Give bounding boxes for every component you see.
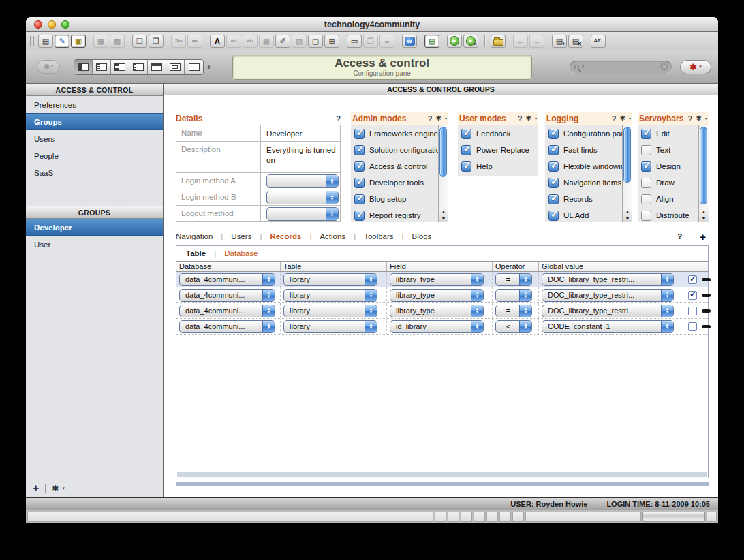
table-select[interactable]: library▲▼ xyxy=(283,273,377,286)
panel-actions-button[interactable]: ✱ xyxy=(436,114,441,122)
table-select[interactable]: library▲▼ xyxy=(283,320,377,333)
checkbox-row[interactable]: Feedback xyxy=(458,125,538,142)
scrollbar-thumb[interactable] xyxy=(439,127,447,177)
checkbox-unchecked-icon[interactable] xyxy=(641,145,651,155)
send-to-back-button[interactable]: ❐ xyxy=(149,35,164,48)
sidebar-item-people[interactable]: People xyxy=(26,147,163,164)
row-checkbox-checked-icon[interactable] xyxy=(688,275,697,284)
sidebar-item-developer[interactable]: Developer xyxy=(26,219,163,236)
panel-help-button[interactable]: ? xyxy=(688,114,693,123)
table-select[interactable]: library▲▼ xyxy=(283,289,377,302)
vertical-scrollbar[interactable]: ▲▼ xyxy=(622,125,632,222)
checkbox-checked-icon[interactable] xyxy=(641,129,651,139)
layout-view-1-button[interactable] xyxy=(74,60,93,74)
layout-view-7-button[interactable] xyxy=(185,60,203,74)
copy-style-button[interactable]: ✒ xyxy=(187,35,202,48)
add-view-button[interactable]: + xyxy=(206,62,212,72)
search-scope-chevron-icon[interactable]: ▾ xyxy=(582,64,585,69)
checkbox-row[interactable]: Fast finds xyxy=(545,142,622,158)
scrollbar-arrows[interactable]: ▲▼ xyxy=(699,208,709,222)
remove-row-button[interactable] xyxy=(702,325,711,328)
checkbox-checked-icon[interactable] xyxy=(354,129,365,139)
column-header-field[interactable]: Field xyxy=(387,262,493,271)
checkbox-unchecked-icon[interactable] xyxy=(641,211,651,221)
checkbox-row[interactable]: Frameworks engine xyxy=(351,125,438,142)
titlebar[interactable]: technology4community xyxy=(26,17,718,32)
checkbox-checked-icon[interactable] xyxy=(354,211,365,221)
checkbox-row[interactable]: Report registry xyxy=(351,207,438,222)
actions-menu-button[interactable]: ✱ ▾ xyxy=(680,60,711,74)
sidebar-item-groups[interactable]: Groups xyxy=(26,113,163,130)
sidebar-item-preferences[interactable]: Preferences xyxy=(26,96,163,113)
button-tool-button[interactable]: ▭ xyxy=(347,35,362,48)
checkbox-checked-icon[interactable] xyxy=(641,161,651,172)
column-header-global-value[interactable]: Global value xyxy=(539,262,687,271)
checkbox-checked-icon[interactable] xyxy=(548,129,559,139)
field-select[interactable]: library_type▲▼ xyxy=(390,273,484,286)
sort-button[interactable]: AZ↕ xyxy=(591,35,606,48)
layout-view-5-button[interactable] xyxy=(148,60,166,74)
checkbox-row[interactable]: Design xyxy=(638,158,698,174)
table-select[interactable]: library▲▼ xyxy=(283,305,377,317)
list-tool-button[interactable]: ≡ xyxy=(379,35,394,48)
database-select[interactable]: data_4communi...▲▼ xyxy=(179,289,275,302)
column-header-operator[interactable]: Operator xyxy=(493,262,539,271)
form-properties-button[interactable]: ▤ xyxy=(424,35,439,48)
vertical-scrollbar[interactable]: ▲▼ xyxy=(438,125,448,222)
tabs-help-button[interactable]: ? xyxy=(677,232,682,240)
database-select[interactable]: data_4communi...▲▼ xyxy=(179,320,275,333)
horizontal-scrollbar[interactable] xyxy=(177,472,707,477)
logout-method-select[interactable]: ▲▼ xyxy=(266,207,339,221)
grid-button[interactable]: ▦ xyxy=(93,35,108,48)
column-header-table[interactable]: Table xyxy=(281,262,387,271)
checkbox-row[interactable]: Blog setup xyxy=(351,191,438,207)
add-item-button[interactable]: + xyxy=(33,483,39,494)
portal-tool-button[interactable]: ⊞ xyxy=(324,35,339,48)
web-form-button[interactable]: w xyxy=(402,35,417,48)
scrollbar-arrows[interactable]: ▲▼ xyxy=(439,208,448,222)
panel-actions-button[interactable]: ✱ xyxy=(620,114,625,122)
checkbox-row[interactable]: Configuration pane xyxy=(545,125,622,142)
checkbox-unchecked-icon[interactable] xyxy=(641,194,651,204)
forward-button[interactable]: → xyxy=(529,35,544,48)
checkbox-checked-icon[interactable] xyxy=(548,211,559,221)
layout-view-6-button[interactable] xyxy=(166,60,185,74)
login-method-a-select[interactable]: ▲▼ xyxy=(266,174,339,188)
image-tool-button[interactable]: ▨ xyxy=(292,35,307,48)
login-method-b-select[interactable]: ▲▼ xyxy=(266,191,339,204)
panel-actions-button[interactable]: ✱ xyxy=(696,114,702,122)
draw-tool-button[interactable]: ✐ xyxy=(275,35,290,48)
checkbox-checked-icon[interactable] xyxy=(461,145,471,155)
back-button[interactable]: ← xyxy=(513,35,528,48)
checkbox-row[interactable]: Edit xyxy=(638,125,698,142)
field-tool-button[interactable]: ab xyxy=(226,35,241,48)
serial-number-button[interactable]: 5/n xyxy=(171,35,186,48)
operator-select[interactable]: =▲▼ xyxy=(495,289,532,302)
toolbar-drag-handle[interactable] xyxy=(30,36,34,46)
text-tool-button[interactable]: A xyxy=(210,35,225,48)
checkbox-row[interactable]: Records xyxy=(545,191,622,207)
checkbox-row[interactable]: Distribute xyxy=(638,207,698,222)
checkbox-row[interactable]: Draw xyxy=(638,174,698,191)
layout-view-2-button[interactable] xyxy=(93,60,111,74)
checkbox-row[interactable]: Text xyxy=(638,142,698,158)
checkbox-checked-icon[interactable] xyxy=(548,194,559,204)
label-tool-button[interactable]: ab xyxy=(243,35,258,48)
tab-tool-button[interactable]: ❐ xyxy=(363,35,378,48)
checkbox-row[interactable]: Help xyxy=(458,158,538,174)
row-checkbox-checked-icon[interactable] xyxy=(688,291,697,300)
tab-users[interactable]: Users xyxy=(231,232,251,240)
checkbox-checked-icon[interactable] xyxy=(354,178,365,188)
table-tool-button[interactable]: ▦ xyxy=(259,35,274,48)
layout-mode-button[interactable]: ✎ xyxy=(55,35,69,48)
tab-records[interactable]: Records xyxy=(270,232,301,240)
field-select[interactable]: library_type▲▼ xyxy=(390,305,484,317)
layout-view-4-button[interactable] xyxy=(129,60,148,74)
checkbox-row[interactable]: Navigation items xyxy=(545,174,622,191)
save-button[interactable]: ▣ xyxy=(71,35,86,48)
column-header-database[interactable]: Database xyxy=(176,262,281,271)
panel-help-button[interactable]: ? xyxy=(518,114,523,123)
operator-select[interactable]: =▲▼ xyxy=(495,273,532,286)
checkbox-row[interactable]: UL Add xyxy=(545,207,622,222)
subtab-table[interactable]: Table xyxy=(186,249,206,258)
